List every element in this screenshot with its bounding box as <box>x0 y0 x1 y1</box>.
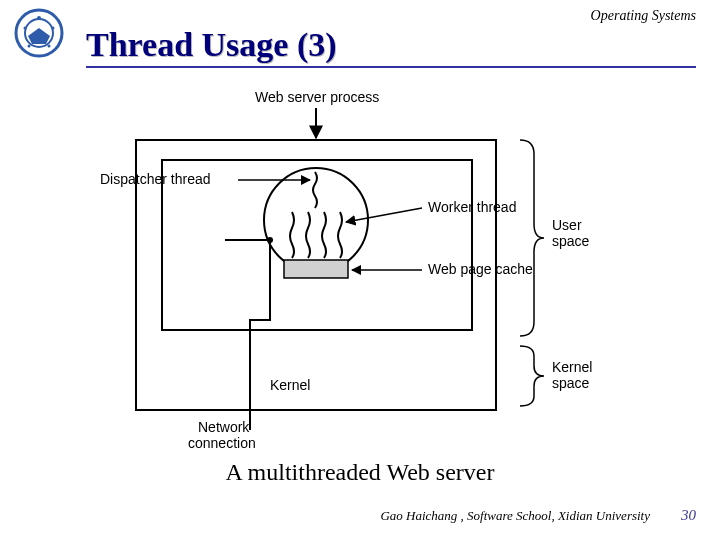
figure-multithreaded-web-server: Kernel Web server process Dispatcher thr… <box>70 80 650 450</box>
svg-line-16 <box>346 208 422 222</box>
label-user-space-line2: space <box>552 233 590 249</box>
svg-point-6 <box>24 27 27 30</box>
label-network-connection-line1: Network <box>198 419 250 435</box>
label-user-space-line1: User <box>552 217 582 233</box>
label-kernel: Kernel <box>270 377 310 393</box>
label-network-connection-line2: connection <box>188 435 256 450</box>
slide-title: Thread Usage (3) <box>86 26 696 64</box>
svg-point-7 <box>52 27 55 30</box>
label-web-server-process: Web server process <box>255 89 379 105</box>
title-underline <box>86 66 696 68</box>
university-logo <box>14 8 64 58</box>
slide-title-block: Thread Usage (3) <box>86 26 696 68</box>
footer-credit: Gao Haichang , Software School, Xidian U… <box>380 508 650 524</box>
page-number: 30 <box>681 507 696 524</box>
label-web-page-cache: Web page cache <box>428 261 533 277</box>
svg-point-18 <box>267 237 273 243</box>
label-kernel-space-line2: space <box>552 375 590 391</box>
svg-rect-13 <box>284 260 348 278</box>
label-dispatcher-thread: Dispatcher thread <box>100 171 211 187</box>
svg-point-9 <box>48 45 51 48</box>
svg-point-8 <box>28 45 31 48</box>
svg-point-5 <box>37 16 41 20</box>
course-name: Operating Systems <box>591 8 696 24</box>
label-worker-thread: Worker thread <box>428 199 516 215</box>
label-kernel-space-line1: Kernel <box>552 359 592 375</box>
figure-caption: A multithreaded Web server <box>0 459 720 486</box>
